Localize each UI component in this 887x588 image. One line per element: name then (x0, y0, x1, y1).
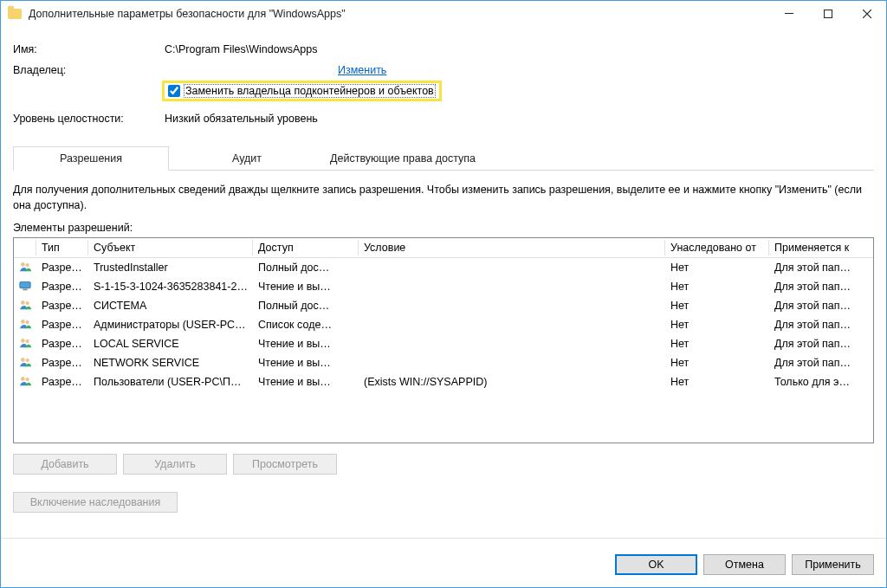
view-button: Просмотреть (233, 454, 337, 475)
svg-point-9 (26, 320, 29, 324)
permissions-list: Тип Субъект Доступ Условие Унаследовано … (13, 237, 874, 443)
cell-condition (359, 285, 665, 288)
cell-inherited: Нет (665, 298, 769, 313)
svg-rect-4 (20, 282, 30, 288)
cell-applies: Для этой пап… (769, 298, 873, 313)
cell-access: Чтение и вы… (253, 355, 359, 371)
col-type[interactable]: Тип (36, 238, 88, 257)
cell-inherited: Нет (665, 374, 769, 390)
cell-applies: Для этой пап… (769, 317, 873, 333)
cell-condition (359, 361, 665, 365)
permission-row[interactable]: Разре…LOCAL SERVICEЧтение и вы…НетДля эт… (14, 334, 873, 353)
group-icon (14, 316, 36, 333)
cell-applies: Для этой пап… (769, 260, 873, 275)
tab-effective-access[interactable]: Действующие права доступа (325, 146, 481, 170)
cell-applies: Для этой пап… (769, 336, 873, 352)
permissions-header: Тип Субъект Доступ Условие Унаследовано … (14, 238, 873, 258)
svg-point-7 (26, 301, 29, 305)
cell-subject: TrustedInstaller (88, 260, 253, 275)
change-owner-link[interactable]: Изменить (338, 64, 386, 76)
cell-subject: Администраторы (USER-PC… (88, 317, 253, 333)
permission-row[interactable]: Разре…Администраторы (USER-PC…Список сод… (14, 315, 873, 334)
group-icon (14, 373, 36, 391)
cell-access: Список соде… (253, 317, 359, 333)
remove-button: Удалить (123, 454, 227, 475)
col-condition[interactable]: Условие (359, 238, 665, 257)
permission-row[interactable]: Разре…NETWORK SERVICEЧтение и вы…НетДля … (14, 353, 873, 372)
cell-applies: Для этой пап… (769, 279, 873, 294)
cell-subject: LOCAL SERVICE (88, 336, 253, 352)
svg-point-8 (21, 320, 25, 324)
cell-condition (359, 342, 665, 346)
tab-audit[interactable]: Аудит (169, 146, 325, 170)
cell-inherited: Нет (665, 317, 769, 333)
cell-condition (359, 266, 665, 269)
close-button[interactable] (847, 1, 886, 27)
cell-type: Разре… (36, 317, 88, 333)
window-title: Дополнительные параметры безопасности дл… (29, 8, 769, 20)
tab-permissions[interactable]: Разрешения (13, 146, 169, 171)
permission-row[interactable]: Разре…TrustedInstallerПолный дос…НетДля … (14, 258, 873, 277)
apply-button[interactable]: Применить (792, 554, 874, 575)
cell-access: Полный дос… (253, 260, 359, 275)
col-inherited[interactable]: Унаследовано от (665, 238, 769, 257)
cell-condition (359, 323, 665, 326)
cell-type: Разре… (36, 374, 88, 390)
cell-applies: Для этой пап… (769, 355, 873, 371)
group-icon (14, 297, 36, 314)
integrity-label: Уровень целостности: (13, 113, 165, 125)
cell-condition (359, 304, 665, 307)
svg-point-13 (26, 359, 29, 362)
replace-owner-checkbox[interactable] (168, 85, 180, 97)
separator (1, 538, 886, 539)
cell-applies: Только для э… (769, 374, 873, 390)
maximize-button[interactable] (808, 1, 847, 27)
cell-inherited: Нет (665, 260, 769, 275)
dialog-footer: OK Отмена Применить (1, 547, 886, 587)
cell-subject: S-1-15-3-1024-3635283841-2… (88, 279, 253, 294)
cell-type: Разре… (36, 298, 88, 313)
integrity-value: Низкий обязательный уровень (165, 113, 318, 125)
col-applies[interactable]: Применяется к (769, 238, 873, 257)
permission-row[interactable]: Разре…S-1-15-3-1024-3635283841-2…Чтение … (14, 277, 873, 296)
cell-subject: NETWORK SERVICE (88, 355, 253, 371)
svg-point-6 (21, 300, 25, 305)
cell-subject: Пользователи (USER-PC\П… (88, 374, 253, 390)
cell-access: Чтение и вы… (253, 336, 359, 352)
permission-row[interactable]: Разре…Пользователи (USER-PC\П…Чтение и в… (14, 372, 873, 391)
group-icon (14, 354, 36, 372)
cell-condition: (Exists WIN://SYSAPPID) (359, 374, 665, 390)
permissions-rows: Разре…TrustedInstallerПолный дос…НетДля … (14, 258, 873, 443)
svg-point-12 (21, 358, 25, 362)
cell-type: Разре… (36, 260, 88, 275)
replace-owner-label: Заменить владельца подконтейнеров и объе… (184, 84, 436, 98)
svg-point-15 (26, 378, 29, 381)
folder-icon (8, 9, 22, 19)
name-label: Имя: (13, 43, 165, 55)
svg-point-2 (21, 262, 25, 267)
cell-inherited: Нет (665, 279, 769, 294)
svg-point-10 (21, 339, 25, 343)
info-text: Для получения дополнительных сведений дв… (13, 183, 874, 213)
col-icon[interactable] (14, 238, 36, 257)
owner-label: Владелец: (13, 64, 165, 76)
ok-button[interactable]: OK (615, 554, 697, 575)
titlebar: Дополнительные параметры безопасности дл… (1, 1, 886, 27)
permission-entries-label: Элементы разрешений: (13, 222, 874, 234)
replace-owner-checkbox-wrap[interactable]: Заменить владельца подконтейнеров и объе… (162, 81, 442, 101)
tabs: Разрешения Аудит Действующие права досту… (13, 146, 874, 171)
permission-row[interactable]: Разре…СИСТЕМАПолный дос…НетДля этой пап… (14, 296, 873, 315)
cell-type: Разре… (36, 355, 88, 371)
minimize-button[interactable] (769, 1, 808, 27)
svg-rect-0 (785, 13, 793, 14)
svg-point-3 (26, 263, 29, 267)
cell-inherited: Нет (665, 336, 769, 352)
add-button: Добавить (13, 454, 117, 475)
cell-type: Разре… (36, 336, 88, 352)
cancel-button[interactable]: Отмена (703, 554, 786, 575)
col-access[interactable]: Доступ (253, 238, 359, 257)
col-subject[interactable]: Субъект (88, 238, 253, 257)
enable-inheritance-button: Включение наследования (13, 492, 178, 513)
svg-rect-1 (824, 10, 832, 17)
pc-icon (14, 278, 36, 295)
